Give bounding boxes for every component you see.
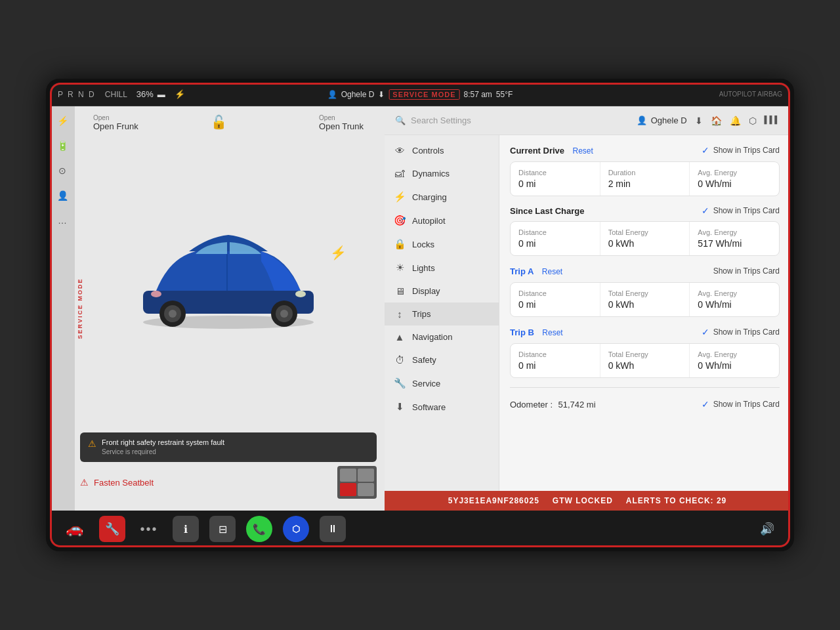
menu-label-display: Display <box>412 286 440 296</box>
taskbar-bluetooth-button[interactable]: ⬡ <box>283 516 309 542</box>
menu-label-charging: Charging <box>412 192 447 202</box>
car-labels: Open Open Frunk 🔓 Open Open Trunk <box>80 114 377 131</box>
menu-item-display[interactable]: 🖥 Display <box>385 280 499 303</box>
since-last-charge-title: Since Last Charge <box>510 206 584 216</box>
right-content: 👁 Controls 🛋 Dynamics ⚡ Charging 🎯 Autop… <box>385 135 790 491</box>
trip-b-title: Trip B <box>510 327 534 337</box>
current-drive-check-icon: ✓ <box>702 145 709 156</box>
menu-list: 👁 Controls 🛋 Dynamics ⚡ Charging 🎯 Autop… <box>385 135 499 491</box>
drive-mode: CHILL <box>105 90 127 99</box>
fault-main-text: Front right safety restraint system faul… <box>102 438 224 448</box>
lights-icon: ☀ <box>394 262 406 274</box>
display-icon: 🖥 <box>394 285 406 297</box>
slc-energy-label: Total Energy <box>608 228 682 236</box>
menu-item-trips[interactable]: ↕ Trips <box>385 303 499 326</box>
sidebar-icon-energy: ⚡ <box>54 113 70 129</box>
search-placeholder: Search Settings <box>411 116 471 125</box>
current-drive-reset[interactable]: Reset <box>573 146 593 156</box>
current-drive-energy-value: 0 Wh/mi <box>698 178 771 189</box>
search-box[interactable]: 🔍 Search Settings <box>395 116 629 125</box>
fault-sub-text: Service is required <box>102 448 224 457</box>
temperature-display: 55°F <box>496 90 513 99</box>
search-header: 🔍 Search Settings 👤 Oghele D ⬇ 🏠 🔔 ⬡ ▌▌▌ <box>385 106 790 135</box>
volume-icon[interactable]: 🔊 <box>760 522 774 536</box>
menu-item-controls[interactable]: 👁 Controls <box>385 139 499 162</box>
status-bar: P R N D CHILL 36% ▬ ⚡ 👤 Oghele D ⬇ SERVI… <box>50 83 790 106</box>
since-last-charge-data: Distance 0 mi Total Energy 0 kWh Avg. En… <box>510 221 780 256</box>
slc-avg-energy-label: Avg. Energy <box>698 228 771 236</box>
left-panel: ⚡ 🔋 ⊙ 👤 … SERVICE MODE Open Open Frunk 🔓… <box>50 106 385 511</box>
sidebar-icon-more: … <box>54 213 70 228</box>
trip-a-data: Distance 0 mi Total Energy 0 kWh Avg. En… <box>510 282 780 317</box>
open-frunk-label[interactable]: Open Open Frunk <box>93 114 138 131</box>
trips-content: Current Drive Reset ✓ Show in Trips Card… <box>499 135 790 491</box>
trip-b-title-group: Trip B Reset <box>510 326 563 338</box>
status-bar-center: 👤 Oghele D ⬇ SERVICE MODE 8:57 am 55°F <box>327 89 513 100</box>
user-icon: 👤 <box>327 90 337 99</box>
trip-b-avg-label: Avg. Energy <box>698 350 771 358</box>
since-last-charge-show-trips: ✓ Show in Trips Card <box>702 205 780 216</box>
fasten-seatbelt-text: Fasten Seatbelt <box>94 478 154 488</box>
trip-a-avg-value: 0 Wh/mi <box>698 299 771 310</box>
menu-item-locks[interactable]: 🔒 Locks <box>385 232 499 256</box>
since-last-charge-show-label: Show in Trips Card <box>713 206 780 215</box>
charging-icon: ⚡ <box>394 191 406 203</box>
user-avatar-icon: 👤 <box>637 116 647 125</box>
trip-b-reset[interactable]: Reset <box>542 328 562 337</box>
current-drive-header: Current Drive Reset ✓ Show in Trips Card <box>510 144 780 156</box>
taskbar-more-button[interactable]: ••• <box>136 516 162 542</box>
open-trunk-label[interactable]: Open Open Trunk <box>319 114 364 131</box>
menu-item-navigation[interactable]: ▲ Navigation <box>385 326 499 348</box>
trip-a-distance-label: Distance <box>518 289 592 297</box>
menu-label-service: Service <box>412 379 440 388</box>
since-last-charge-section: Since Last Charge ✓ Show in Trips Card D… <box>510 205 780 256</box>
taskbar-wrench-button[interactable]: 🔧 <box>99 516 125 542</box>
menu-item-dynamics[interactable]: 🛋 Dynamics <box>385 162 499 185</box>
trip-b-show-trips: ✓ Show in Trips Card <box>702 327 780 337</box>
battery-percent: 36% <box>136 89 154 99</box>
taskbar-info-button[interactable]: ℹ <box>173 516 199 542</box>
menu-item-lights[interactable]: ☀ Lights <box>385 256 499 280</box>
taskbar: 🚗 🔧 ••• ℹ ⊟ 📞 ⬡ ⏸ 🔊 <box>50 511 790 547</box>
trip-a-distance-cell: Distance 0 mi <box>511 283 600 316</box>
trip-b-header: Trip B Reset ✓ Show in Trips Card <box>510 326 780 338</box>
odometer-display: Odometer : 51,742 mi <box>510 398 596 410</box>
status-bar-right: AUTOPILOT AIRBAG <box>719 91 782 98</box>
menu-item-software[interactable]: ⬇ Software <box>385 395 499 419</box>
header-user: 👤 Oghele D <box>637 116 687 125</box>
download-icon: ⬇ <box>378 90 385 99</box>
odometer-show-label: Show in Trips Card <box>713 400 780 409</box>
car-taskbar-icon[interactable]: 🚗 <box>66 520 83 537</box>
alerts-count: ALERTS TO CHECK: 29 <box>626 496 726 505</box>
trip-b-avg-value: 0 Wh/mi <box>698 360 771 371</box>
slc-distance-cell: Distance 0 mi <box>511 222 600 255</box>
left-sidebar: ⚡ 🔋 ⊙ 👤 … SERVICE MODE <box>50 106 75 511</box>
search-icon: 🔍 <box>395 116 406 125</box>
slc-avg-energy-cell: Avg. Energy 517 Wh/mi <box>690 222 779 255</box>
taskbar-window-button[interactable]: ⊟ <box>209 516 236 542</box>
seatbelt-alert-icon: ⚠ <box>80 477 89 488</box>
trip-a-reset[interactable]: Reset <box>542 267 562 276</box>
menu-item-service[interactable]: 🔧 Service <box>385 371 499 395</box>
window-icon: ⊟ <box>219 523 227 536</box>
menu-item-charging[interactable]: ⚡ Charging <box>385 185 499 209</box>
current-drive-data: Distance 0 mi Duration 2 min Avg. Energy… <box>510 161 780 196</box>
trip-a-show-trips: Show in Trips Card <box>713 266 780 276</box>
slc-energy-value: 0 kWh <box>608 238 682 249</box>
home-icon: 🏠 <box>711 116 722 126</box>
car-svg <box>130 225 327 330</box>
menu-label-navigation: Navigation <box>412 332 452 342</box>
menu-label-trips: Trips <box>412 309 430 319</box>
phone-icon: 📞 <box>253 523 266 536</box>
navigation-icon: ▲ <box>394 331 406 343</box>
menu-item-safety[interactable]: ⏱ Safety <box>385 348 499 371</box>
battery-icon: ▬ <box>158 90 165 99</box>
bottom-status-bar: 5YJ3E1EA9NF286025 GTW LOCKED ALERTS TO C… <box>385 491 790 511</box>
sidebar-icon-tire: ⊙ <box>54 163 70 178</box>
svg-point-9 <box>295 291 306 297</box>
menu-item-autopilot[interactable]: 🎯 Autopilot <box>385 209 499 232</box>
gear-indicator: P R N D <box>58 90 96 99</box>
info-icon: ℹ <box>184 523 188 536</box>
taskbar-phone-button[interactable]: 📞 <box>246 516 272 542</box>
taskbar-media-button[interactable]: ⏸ <box>320 516 346 542</box>
